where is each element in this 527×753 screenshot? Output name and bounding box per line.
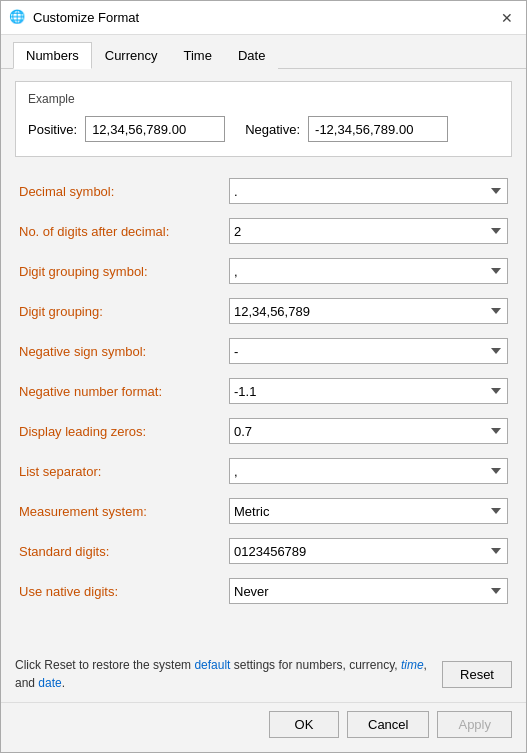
list-separator-label: List separator: [19, 464, 229, 479]
example-group-label: Example [28, 92, 499, 106]
example-group: Example Positive: Negative: [15, 81, 512, 157]
close-button[interactable]: ✕ [496, 7, 518, 29]
negative-label: Negative: [245, 122, 300, 137]
setting-standard-digits: Standard digits: 0123456789 [15, 531, 512, 571]
digit-grouping-control: 12,34,56,789 123,456,789 [229, 298, 508, 324]
list-separator-select[interactable]: , ; | [229, 458, 508, 484]
digit-grouping-select[interactable]: 12,34,56,789 123,456,789 [229, 298, 508, 324]
use-native-digits-control: Never Always National [229, 578, 508, 604]
title-bar-left: 🌐 Customize Format [9, 9, 139, 27]
positive-field: Positive: [28, 116, 225, 142]
footer-note: Click Reset to restore the system defaul… [15, 656, 432, 692]
digit-grouping-symbol-label: Digit grouping symbol: [19, 264, 229, 279]
negative-sign-symbol-select[interactable]: - () [229, 338, 508, 364]
settings-grid: Decimal symbol: . , No. of digits after … [15, 171, 512, 611]
use-native-digits-select[interactable]: Never Always National [229, 578, 508, 604]
apply-button[interactable]: Apply [437, 711, 512, 738]
negative-field: Negative: [245, 116, 448, 142]
content-area: Example Positive: Negative: Decimal symb… [1, 69, 526, 656]
tab-time[interactable]: Time [171, 42, 225, 69]
display-leading-zeros-control: 0.7 .7 [229, 418, 508, 444]
measurement-system-control: Metric U.S. U.K. [229, 498, 508, 524]
measurement-system-label: Measurement system: [19, 504, 229, 519]
footer-note-period: . [62, 676, 65, 690]
setting-digits-after-decimal: No. of digits after decimal: 0 1 2 3 4 [15, 211, 512, 251]
digits-after-decimal-select[interactable]: 0 1 2 3 4 [229, 218, 508, 244]
negative-number-format-label: Negative number format: [19, 384, 229, 399]
use-native-digits-label: Use native digits: [19, 584, 229, 599]
negative-number-format-control: -1.1 (1.1) 1.1- [229, 378, 508, 404]
negative-value-input[interactable] [308, 116, 448, 142]
setting-digit-grouping-symbol: Digit grouping symbol: , . [15, 251, 512, 291]
tab-currency[interactable]: Currency [92, 42, 171, 69]
setting-negative-number-format: Negative number format: -1.1 (1.1) 1.1- [15, 371, 512, 411]
setting-use-native-digits: Use native digits: Never Always National [15, 571, 512, 611]
setting-measurement-system: Measurement system: Metric U.S. U.K. [15, 491, 512, 531]
setting-digit-grouping: Digit grouping: 12,34,56,789 123,456,789 [15, 291, 512, 331]
footer-row: Click Reset to restore the system defaul… [1, 656, 526, 702]
setting-list-separator: List separator: , ; | [15, 451, 512, 491]
digit-grouping-symbol-select[interactable]: , . [229, 258, 508, 284]
negative-sign-symbol-label: Negative sign symbol: [19, 344, 229, 359]
bottom-buttons: OK Cancel Apply [1, 702, 526, 752]
digits-after-decimal-control: 0 1 2 3 4 [229, 218, 508, 244]
decimal-symbol-select[interactable]: . , [229, 178, 508, 204]
reset-area: Reset [432, 661, 512, 688]
tab-numbers[interactable]: Numbers [13, 42, 92, 69]
cancel-button[interactable]: Cancel [347, 711, 429, 738]
standard-digits-label: Standard digits: [19, 544, 229, 559]
footer-note-text2: settings for numbers, currency, [230, 658, 401, 672]
negative-number-format-select[interactable]: -1.1 (1.1) 1.1- [229, 378, 508, 404]
standard-digits-control: 0123456789 [229, 538, 508, 564]
measurement-system-select[interactable]: Metric U.S. U.K. [229, 498, 508, 524]
display-leading-zeros-select[interactable]: 0.7 .7 [229, 418, 508, 444]
display-leading-zeros-label: Display leading zeros: [19, 424, 229, 439]
footer-date-link[interactable]: date [38, 676, 61, 690]
footer-time-link[interactable]: time [401, 658, 424, 672]
negative-sign-symbol-control: - () [229, 338, 508, 364]
digits-after-decimal-label: No. of digits after decimal: [19, 224, 229, 239]
dialog-window: 🌐 Customize Format ✕ Numbers Currency Ti… [0, 0, 527, 753]
dialog-title: Customize Format [33, 10, 139, 25]
app-icon: 🌐 [9, 9, 27, 27]
positive-label: Positive: [28, 122, 77, 137]
digit-grouping-symbol-control: , . [229, 258, 508, 284]
list-separator-control: , ; | [229, 458, 508, 484]
decimal-symbol-control: . , [229, 178, 508, 204]
setting-negative-sign-symbol: Negative sign symbol: - () [15, 331, 512, 371]
reset-button[interactable]: Reset [442, 661, 512, 688]
footer-default-link[interactable]: default [194, 658, 230, 672]
example-row: Positive: Negative: [28, 116, 499, 142]
title-bar: 🌐 Customize Format ✕ [1, 1, 526, 35]
tab-date[interactable]: Date [225, 42, 278, 69]
setting-decimal-symbol: Decimal symbol: . , [15, 171, 512, 211]
standard-digits-select[interactable]: 0123456789 [229, 538, 508, 564]
tab-bar: Numbers Currency Time Date [1, 35, 526, 69]
decimal-symbol-label: Decimal symbol: [19, 184, 229, 199]
positive-value-input[interactable] [85, 116, 225, 142]
footer-note-text1: Click Reset to restore the system [15, 658, 194, 672]
ok-button[interactable]: OK [269, 711, 339, 738]
digit-grouping-label: Digit grouping: [19, 304, 229, 319]
setting-display-leading-zeros: Display leading zeros: 0.7 .7 [15, 411, 512, 451]
